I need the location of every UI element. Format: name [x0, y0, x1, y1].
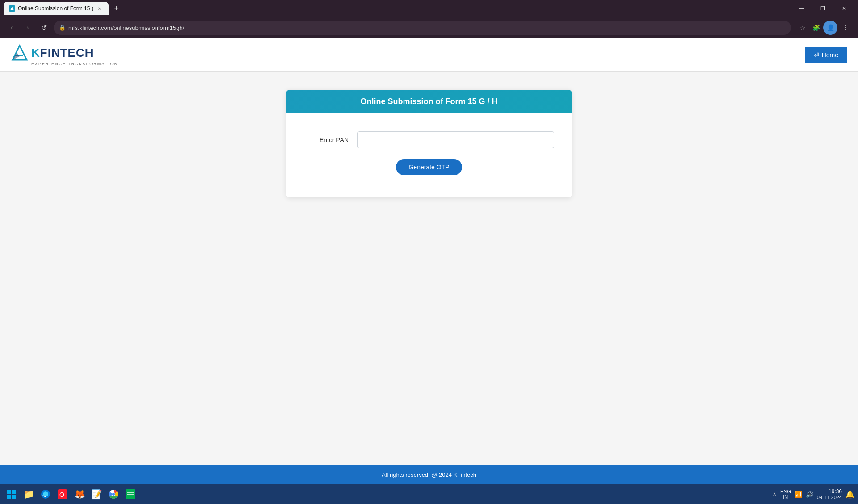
taskbar-notepad[interactable]: 📝 [88, 486, 105, 502]
form-card-header: Online Submission of Form 15 G / H [286, 90, 572, 113]
footer-text: All rights reserved. @ 2024 KFintech [382, 471, 476, 478]
generate-otp-button[interactable]: Generate OTP [396, 159, 462, 175]
form-card-body: Enter PAN Generate OTP [286, 113, 572, 197]
pan-label: Enter PAN [304, 136, 349, 143]
taskbar-language: ENG IN [780, 489, 791, 500]
taskbar-browser1[interactable] [38, 486, 54, 502]
logo-area: KFINTECH EXPERIENCE TRANSFORMATION [11, 44, 118, 66]
browser-chrome: Online Submission of Form 15 ( ✕ + — ❐ ✕… [0, 0, 858, 38]
logo-tagline: EXPERIENCE TRANSFORMATION [31, 62, 118, 66]
refresh-button[interactable]: ↺ [38, 21, 50, 34]
green-app-icon [126, 489, 135, 499]
taskbar-start-button[interactable] [4, 486, 20, 502]
svg-rect-7 [12, 495, 16, 499]
back-button[interactable]: ‹ [5, 21, 18, 34]
home-button[interactable]: ⏎ Home [805, 47, 847, 63]
taskbar: 📁 O 🦊 📝 [0, 484, 858, 504]
svg-point-13 [112, 493, 115, 496]
page-header: KFINTECH EXPERIENCE TRANSFORMATION ⏎ Hom… [0, 38, 858, 72]
logo-k: K [31, 46, 40, 59]
browser-menu-button[interactable]: ⋮ [838, 21, 853, 35]
logo-text: KFINTECH [11, 44, 118, 62]
pan-row: Enter PAN [304, 131, 554, 148]
security-icon: 🔒 [59, 25, 66, 31]
taskbar-app7[interactable] [122, 486, 139, 502]
svg-marker-0 [10, 7, 14, 10]
kfintech-logo-icon [11, 44, 29, 62]
taskbar-clock[interactable]: 19:36 09-11-2024 [817, 488, 842, 500]
svg-rect-4 [7, 490, 11, 494]
taskbar-firefox[interactable]: 🦊 [72, 486, 88, 502]
notification-icon[interactable]: 🔔 [845, 490, 854, 499]
logo-fintech: FINTECH [40, 46, 94, 59]
url-bar[interactable]: 🔒 mfs.kfintech.com/onlinesubmissionform1… [54, 21, 791, 35]
form-card-title: Online Submission of Form 15 G / H [360, 97, 497, 106]
taskbar-file-explorer[interactable]: 📁 [21, 486, 37, 502]
extensions-button[interactable]: 🧩 [810, 21, 822, 34]
form-card: Online Submission of Form 15 G / H Enter… [286, 90, 572, 197]
page-footer: All rights reserved. @ 2024 KFintech [0, 465, 858, 484]
chevron-up-icon[interactable]: ∧ [772, 491, 777, 498]
wifi-icon: 📶 [795, 491, 802, 498]
svg-rect-6 [7, 495, 11, 499]
page-content: Online Submission of Form 15 G / H Enter… [0, 72, 858, 465]
language-text: ENG IN [780, 489, 791, 500]
tab-bar: Online Submission of Form 15 ( ✕ + — ❐ ✕ [0, 0, 858, 17]
browser-menu-area: ☆ 🧩 👤 ⋮ [796, 21, 853, 35]
bookmark-button[interactable]: ☆ [796, 21, 809, 34]
active-tab[interactable]: Online Submission of Form 15 ( ✕ [4, 2, 109, 15]
url-text: mfs.kfintech.com/onlinesubmissionform15g… [68, 25, 786, 31]
home-label: Home [822, 51, 838, 59]
pan-input[interactable] [358, 131, 554, 148]
chrome-icon [109, 489, 118, 499]
new-tab-button[interactable]: + [110, 2, 123, 15]
taskbar-chrome[interactable] [105, 486, 122, 502]
windows-logo-icon [7, 489, 17, 499]
taskbar-sys-icons: ∧ [772, 491, 777, 498]
profile-button[interactable]: 👤 [823, 21, 837, 35]
svg-text:O: O [59, 491, 64, 498]
address-bar: ‹ › ↺ 🔒 mfs.kfintech.com/onlinesubmissio… [0, 17, 858, 38]
window-controls: — ❐ ✕ [791, 0, 854, 17]
taskbar-browser2[interactable]: O [55, 486, 71, 502]
minimize-button[interactable]: — [791, 0, 812, 17]
tab-title: Online Submission of Form 15 ( [18, 5, 93, 12]
maximize-button[interactable]: ❐ [812, 0, 833, 17]
taskbar-left: 📁 O 🦊 📝 [4, 486, 139, 502]
opera-icon: O [58, 489, 67, 499]
logo-brand: KFINTECH [31, 46, 93, 60]
tab-close-button[interactable]: ✕ [96, 5, 103, 12]
forward-button[interactable]: › [21, 21, 34, 34]
taskbar-right: ∧ ENG IN 📶 🔊 19:36 09-11-2024 🔔 [772, 488, 854, 500]
edge-icon [41, 489, 50, 499]
clock-date: 09-11-2024 [817, 495, 842, 500]
sound-icon: 🔊 [806, 491, 813, 498]
home-icon: ⏎ [814, 51, 819, 59]
tab-favicon [9, 5, 15, 12]
form-actions: Generate OTP [304, 159, 554, 175]
clock-time: 19:36 [817, 488, 842, 495]
svg-rect-5 [12, 490, 16, 494]
close-button[interactable]: ✕ [834, 0, 854, 17]
